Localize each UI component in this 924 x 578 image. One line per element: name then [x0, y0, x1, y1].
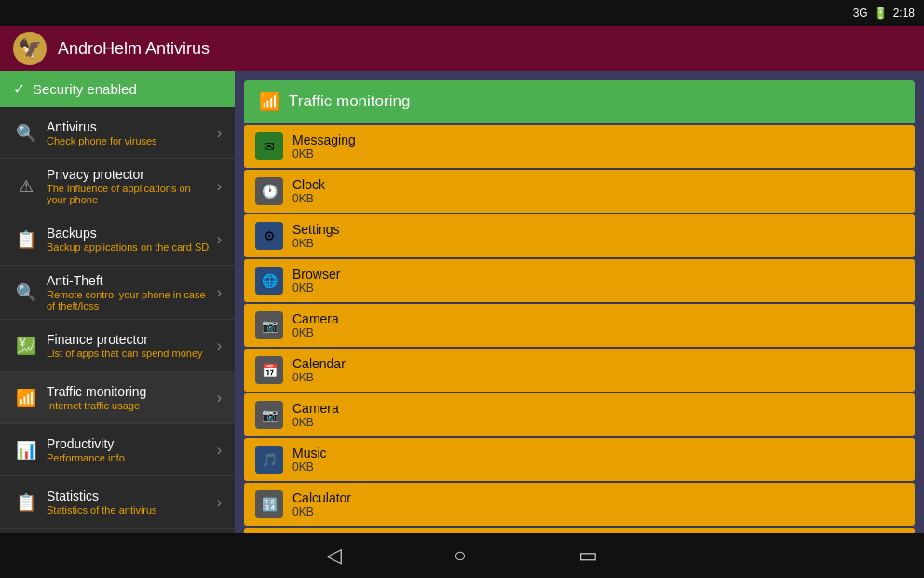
sidebar-item-title-antivirus: Antivirus	[47, 119, 210, 134]
time-display: 2:18	[893, 7, 915, 20]
app-name: Music	[292, 446, 904, 461]
sidebar-item-subtitle-backups: Backup applications on the card SD	[47, 241, 210, 253]
backups-icon: 📋	[13, 229, 39, 250]
app-icon: ✉	[255, 132, 283, 160]
app-icon: 🌐	[255, 267, 283, 295]
chevron-icon: ›	[217, 390, 222, 406]
app-name: Messaging	[292, 132, 904, 147]
sidebar-item-title-statistics: Statistics	[47, 489, 210, 503]
bottom-navigation: ◁ ○ ▭	[0, 533, 924, 578]
app-icon: 🎵	[255, 446, 283, 474]
recent-apps-button[interactable]: ▭	[578, 544, 598, 568]
battery-indicator: 🔋	[874, 7, 888, 20]
sidebar-item-subtitle-statistics: Statistics of the antivirus	[47, 504, 210, 516]
sidebar-item-title-backups: Backups	[47, 226, 210, 241]
privacy-icon: ⚠	[13, 176, 39, 197]
sidebar-item-antitheft[interactable]: 🔍 Anti-Theft Remote control your phone i…	[0, 266, 235, 320]
sidebar-item-title-traffic: Traffic monitoring	[47, 384, 210, 399]
traffic-icon: 📶	[13, 388, 39, 408]
antitheft-icon: 🔍	[13, 282, 39, 303]
sidebar-item-subtitle-privacy: The influence of applications on your ph…	[47, 183, 210, 205]
app-list-item[interactable]: 🕐 Clock 0KB	[244, 170, 915, 213]
app-size: 0KB	[292, 147, 904, 160]
app-icon: 🕐	[255, 177, 283, 205]
app-list-item[interactable]: 📷 Camera 0KB	[244, 393, 915, 436]
app-list-item[interactable]: 🎵 Music 0KB	[244, 438, 915, 481]
chevron-icon: ›	[217, 178, 222, 195]
app-icon: 🔢	[255, 490, 283, 518]
app-size: 0KB	[292, 371, 904, 384]
wifi-icon: 📶	[259, 91, 279, 112]
chevron-icon: ›	[217, 337, 222, 354]
app-icon: 📷	[255, 311, 283, 339]
sidebar-item-traffic[interactable]: 📶 Traffic monitoring Internet traffic us…	[0, 372, 235, 424]
sidebar-item-title-productivity: Productivity	[47, 436, 210, 451]
app-icon: 📷	[255, 401, 283, 429]
sidebar-items: 🔍 Antivirus Check phone for viruses › ⚠ …	[0, 107, 235, 533]
app-icon: 📅	[255, 356, 283, 384]
sidebar-item-title-privacy: Privacy protector	[47, 167, 210, 182]
logo-icon: 🦅	[19, 37, 42, 60]
chevron-icon: ›	[217, 494, 222, 511]
sidebar-item-subtitle-antivirus: Check phone for viruses	[47, 135, 210, 146]
productivity-icon: 📊	[13, 440, 39, 461]
app-list-item[interactable]: 📅 Calendar 0KB	[244, 349, 915, 392]
sidebar-item-subtitle-finance: List of apps that can spend money	[47, 348, 210, 359]
app-list-item[interactable]: 🌐 Browser 0KB	[244, 259, 915, 302]
network-indicator: 3G	[853, 7, 868, 20]
sidebar-item-subtitle-antitheft: Remote control your phone in case of the…	[47, 289, 210, 311]
sidebar-item-backups[interactable]: 📋 Backups Backup applications on the car…	[0, 213, 235, 266]
security-status-label: Security enabled	[33, 81, 137, 97]
sidebar: ✓ Security enabled 🔍 Antivirus Check pho…	[0, 71, 235, 533]
sidebar-item-statistics[interactable]: 📋 Statistics Statistics of the antivirus…	[0, 476, 235, 529]
app-name: Browser	[292, 267, 904, 282]
app-size: 0KB	[292, 461, 904, 474]
antivirus-icon: 🔍	[13, 123, 39, 144]
back-button[interactable]: ◁	[326, 544, 342, 568]
app-size: 0KB	[292, 192, 904, 205]
sidebar-item-privacy[interactable]: ⚠ Privacy protector The influence of app…	[0, 159, 235, 213]
app-list-item[interactable]: ⚙ Settings 0KB	[244, 214, 915, 257]
sidebar-item-title-antitheft: Anti-Theft	[47, 273, 210, 288]
status-bar: 3G 🔋 2:18	[0, 0, 924, 26]
app-name: Settings	[292, 222, 904, 237]
chevron-icon: ›	[217, 284, 222, 301]
app-name: Calculator	[292, 490, 904, 505]
app-list-item[interactable]: 🔢 Calculator 0KB	[244, 483, 915, 526]
home-button[interactable]: ○	[454, 544, 466, 568]
app-list: ✉ Messaging 0KB 🕐 Clock 0KB ⚙ Settings 0…	[244, 125, 915, 533]
app-size: 0KB	[292, 237, 904, 250]
app-name: Camera	[292, 401, 904, 416]
chevron-icon: ›	[217, 231, 222, 248]
app-size: 0KB	[292, 282, 904, 295]
app-list-item[interactable]: ✉ Messaging 0KB	[244, 125, 915, 168]
app-icon: ⚙	[255, 222, 283, 250]
traffic-monitoring-title: Traffic monitoring	[289, 92, 410, 111]
app-name: Clock	[292, 177, 904, 192]
sidebar-item-subtitle-productivity: Performance info	[47, 452, 210, 463]
finance-icon: 💹	[13, 336, 39, 356]
security-status-bar: ✓ Security enabled	[0, 71, 235, 107]
statistics-icon: 📋	[13, 492, 39, 513]
app-size: 0KB	[292, 326, 904, 339]
title-bar: 🦅 AndroHelm Antivirus	[0, 26, 924, 71]
app-list-item[interactable]: 📷 Camera 0KB	[244, 304, 915, 347]
app-size: 0KB	[292, 505, 904, 518]
app-name: Camera	[292, 311, 904, 326]
sidebar-item-title-finance: Finance protector	[47, 332, 210, 347]
main-content: ✓ Security enabled 🔍 Antivirus Check pho…	[0, 71, 924, 533]
chevron-icon: ›	[217, 442, 222, 459]
sidebar-item-antivirus[interactable]: 🔍 Antivirus Check phone for viruses ›	[0, 107, 235, 159]
sidebar-item-finance[interactable]: 💹 Finance protector List of apps that ca…	[0, 320, 235, 372]
sidebar-item-subtitle-traffic: Internet traffic usage	[47, 400, 210, 411]
sidebar-item-productivity[interactable]: 📊 Productivity Performance info ›	[0, 424, 235, 476]
check-icon: ✓	[13, 80, 25, 98]
chevron-icon: ›	[217, 125, 222, 142]
app-logo: 🦅	[13, 32, 47, 65]
app-name: Calendar	[292, 356, 904, 371]
app-size: 0KB	[292, 416, 904, 429]
app-title: AndroHelm Antivirus	[58, 39, 210, 59]
traffic-monitoring-header: 📶 Traffic monitoring	[244, 80, 915, 123]
right-panel: 📶 Traffic monitoring ✉ Messaging 0KB 🕐 C…	[235, 71, 924, 533]
